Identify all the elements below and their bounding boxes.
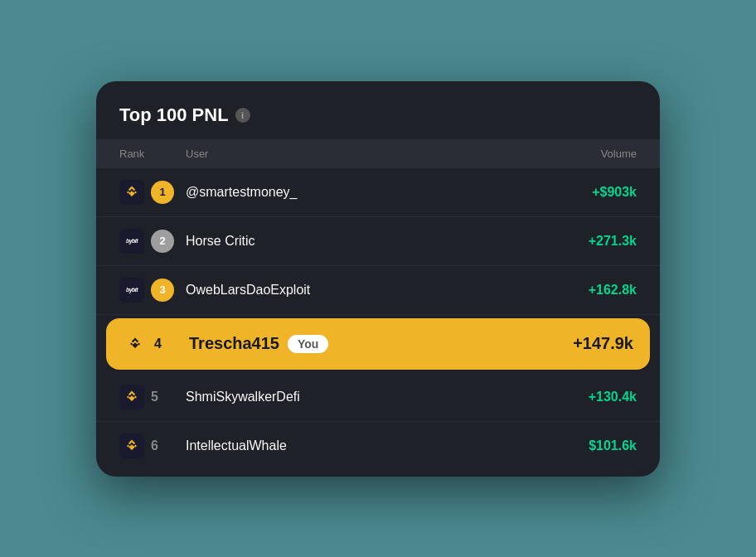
- rank-cell: 4: [123, 332, 189, 356]
- username-highlighted: Trescha415: [189, 334, 279, 353]
- volume-cell: +$903k: [537, 185, 637, 200]
- rank-number-4: 4: [154, 337, 162, 351]
- table-row: 6 IntellectualWhale $101.6k: [96, 422, 660, 470]
- table-row: bybit 3 OwebLarsDaoExploit +162.8k: [96, 266, 660, 315]
- rank-cell: bybit 3: [119, 278, 186, 303]
- table-row: 1 @smartestmoney_ +$903k: [96, 168, 660, 217]
- username: OwebLarsDaoExploit: [186, 283, 310, 298]
- volume-cell: +271.3k: [537, 234, 637, 249]
- username: @smartestmoney_: [186, 185, 298, 200]
- volume-cell: $101.6k: [537, 438, 637, 453]
- volume-cell: +162.8k: [537, 283, 637, 298]
- rank-number: 1: [159, 186, 165, 198]
- bybit-logo: bybit: [119, 278, 144, 303]
- table-row: bybit 2 Horse Critic +271.3k: [96, 217, 660, 266]
- info-icon[interactable]: i: [235, 108, 250, 123]
- username: ShmiSkywalkerDefi: [186, 390, 300, 404]
- user-cell: Horse Critic: [186, 234, 537, 249]
- user-cell: IntellectualWhale: [186, 438, 537, 453]
- rank-number-5: 5: [151, 390, 158, 404]
- table-header: Rank User Volume: [96, 139, 660, 168]
- rank-number: 3: [159, 283, 165, 296]
- binance-logo: [119, 385, 144, 409]
- rank-badge-2: 2: [151, 230, 174, 253]
- bybit-logo: bybit: [119, 229, 144, 254]
- volume-header: Volume: [537, 148, 637, 160]
- rank-cell: 6: [119, 433, 186, 458]
- rank-cell: 1: [119, 180, 186, 205]
- user-cell: ShmiSkywalkerDefi: [186, 390, 537, 404]
- username: Horse Critic: [186, 234, 255, 249]
- table-row: 5 ShmiSkywalkerDefi +130.4k: [96, 373, 660, 422]
- page-title: Top 100 PNL: [119, 104, 229, 126]
- rank-header: Rank: [119, 148, 186, 160]
- user-cell-you: Trescha415 You: [189, 334, 534, 353]
- rank-number-6: 6: [151, 438, 158, 453]
- table-body: 1 @smartestmoney_ +$903k bybit 2 Horse C…: [96, 168, 660, 470]
- user-cell: OwebLarsDaoExploit: [186, 283, 537, 298]
- binance-gold-logo: [123, 332, 148, 356]
- rank-number: 2: [159, 235, 165, 247]
- binance-logo: [119, 433, 144, 458]
- volume-cell: +130.4k: [537, 390, 637, 404]
- binance-logo: [119, 180, 144, 205]
- you-badge: You: [288, 335, 328, 353]
- user-cell: @smartestmoney_: [186, 185, 537, 200]
- highlighted-row: 4 Trescha415 You +147.9k: [106, 318, 650, 370]
- rank-cell: 5: [119, 385, 186, 409]
- rank-badge-1: 1: [151, 181, 174, 204]
- rank-cell: bybit 2: [119, 229, 186, 254]
- user-header: User: [186, 148, 537, 160]
- username: IntellectualWhale: [186, 438, 287, 453]
- card-header: Top 100 PNL i: [96, 81, 660, 139]
- leaderboard-card: Top 100 PNL i Rank User Volume 1 @smarte…: [96, 81, 660, 477]
- rank-badge-3: 3: [151, 278, 174, 302]
- volume-cell-highlighted: +147.9k: [534, 334, 633, 353]
